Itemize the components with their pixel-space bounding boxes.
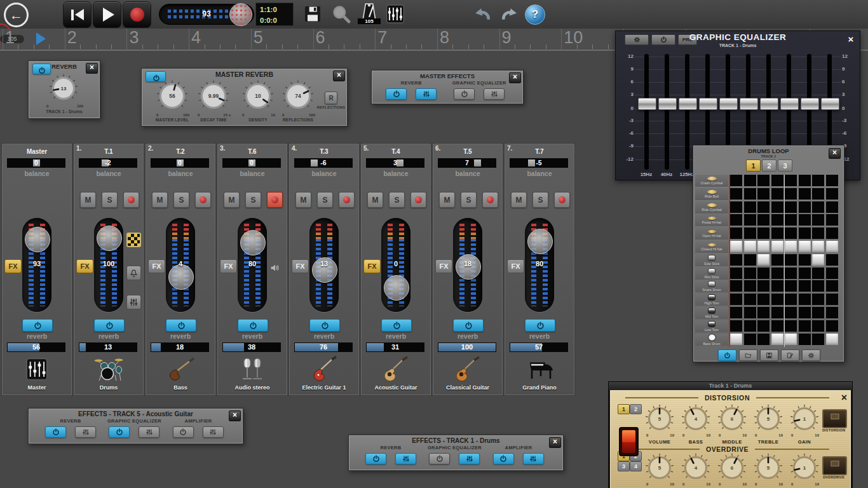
knob-dial[interactable]: 5 <box>754 453 783 485</box>
step-cell[interactable] <box>826 254 838 266</box>
pattern-button-3[interactable]: 3 <box>778 159 792 172</box>
close-icon[interactable]: × <box>829 148 841 159</box>
zoom-magnifier-icon[interactable] <box>331 4 351 24</box>
balance-slider[interactable]: -6 <box>294 158 353 168</box>
close-icon[interactable]: × <box>549 437 561 448</box>
step-cell[interactable] <box>812 307 824 318</box>
step-cell[interactable] <box>771 188 783 200</box>
step-cell[interactable] <box>799 201 811 213</box>
solo-button[interactable]: S <box>173 192 189 208</box>
amp-knob-gain[interactable]: 1010GAIN <box>789 404 820 441</box>
amp-knob-middle[interactable]: 6010MIDDLE <box>716 453 748 488</box>
step-cell[interactable] <box>757 201 770 213</box>
channel-reverb-power-button[interactable] <box>94 319 125 332</box>
amp-power-rocker-switch[interactable] <box>619 427 639 456</box>
knob-reflections[interactable]: 740100REFLECTIONS <box>278 80 318 122</box>
volume-fader[interactable]: 100 <box>94 218 123 312</box>
eq-slider-handle[interactable] <box>719 98 738 110</box>
channel-reverb-power-button[interactable] <box>22 319 53 332</box>
knob-dial[interactable]: 4 <box>681 453 710 485</box>
reverb-send-slider[interactable]: 76 <box>294 342 353 352</box>
step-cell[interactable] <box>826 294 838 305</box>
reflections-button[interactable]: R <box>325 92 337 104</box>
redo-button[interactable] <box>500 4 520 24</box>
step-cell[interactable] <box>757 268 770 279</box>
reverb-send-slider[interactable]: 57 <box>510 342 568 352</box>
step-cell[interactable] <box>812 280 824 292</box>
step-cell[interactable] <box>785 201 797 213</box>
close-icon[interactable]: × <box>841 392 847 403</box>
step-cell[interactable] <box>757 320 770 332</box>
solo-button[interactable]: S <box>102 192 118 208</box>
step-cell[interactable] <box>812 254 824 266</box>
step-cell[interactable] <box>812 227 824 239</box>
knob-dial[interactable]: 6 <box>717 453 747 485</box>
fader-handle[interactable] <box>240 230 266 255</box>
master-volume-slider[interactable]: 93 <box>159 4 254 25</box>
fader-handle[interactable] <box>527 229 553 254</box>
step-cell[interactable] <box>826 214 838 226</box>
mute-button[interactable]: M <box>224 192 240 208</box>
close-icon[interactable]: × <box>333 71 345 81</box>
volume-fader[interactable]: 80 <box>525 218 554 312</box>
balance-slider[interactable]: 0 <box>222 158 281 168</box>
amp-knob-bass[interactable]: 4010BASS <box>680 404 712 441</box>
balance-slider[interactable]: -2 <box>79 158 137 168</box>
fx-button[interactable]: FX <box>507 259 524 273</box>
step-cell[interactable] <box>744 188 756 200</box>
step-cell[interactable] <box>744 268 756 279</box>
settings-button[interactable] <box>802 349 820 361</box>
step-cell[interactable] <box>744 320 756 332</box>
fader-handle[interactable] <box>168 264 194 290</box>
load-button[interactable] <box>739 349 757 361</box>
mute-button[interactable]: M <box>152 192 168 208</box>
back-button[interactable]: ← <box>4 3 29 27</box>
step-cell[interactable] <box>799 214 811 226</box>
step-cell[interactable] <box>799 334 811 345</box>
amp-channel-button-4[interactable]: 4 <box>630 461 642 471</box>
eq-slider-handle[interactable] <box>801 98 819 110</box>
step-cell[interactable] <box>730 227 742 239</box>
record-arm-button[interactable] <box>339 192 355 208</box>
step-cell[interactable] <box>771 320 783 332</box>
step-cell[interactable] <box>730 214 742 226</box>
step-cell[interactable] <box>826 201 838 213</box>
step-cell[interactable] <box>826 188 838 200</box>
fader-handle[interactable] <box>384 275 409 301</box>
volume-fader[interactable]: 13 <box>309 218 339 312</box>
balance-slider[interactable]: 0 <box>7 158 65 168</box>
step-cell[interactable] <box>785 334 797 345</box>
step-cell[interactable] <box>812 175 824 186</box>
amp-knob-treble[interactable]: 5010TREBLE <box>752 453 784 488</box>
step-cell[interactable] <box>730 320 742 332</box>
amp-channel-button-3[interactable]: 3 <box>618 461 630 471</box>
step-cell[interactable] <box>771 334 783 345</box>
drum-pattern-button[interactable] <box>126 233 141 247</box>
effect-power-button[interactable] <box>45 426 66 438</box>
step-cell[interactable] <box>799 175 811 186</box>
step-cell[interactable] <box>771 280 783 292</box>
record-arm-button[interactable] <box>482 192 498 208</box>
amp-knob-volume[interactable]: 5010VOLUME <box>644 404 675 441</box>
step-cell[interactable] <box>730 254 742 266</box>
eq-band-slider[interactable] <box>685 54 689 170</box>
master-volume-handle[interactable] <box>229 3 252 26</box>
fader-handle[interactable] <box>25 227 50 252</box>
amp-knob-bass[interactable]: 4010BASS <box>680 453 712 488</box>
step-cell[interactable] <box>799 307 811 318</box>
bell-button[interactable] <box>126 266 141 280</box>
balance-slider[interactable]: 7 <box>438 158 496 168</box>
knob-dial[interactable]: 9.99 <box>198 80 229 114</box>
effect-power-button[interactable] <box>493 453 514 464</box>
solo-button[interactable]: S <box>532 192 548 208</box>
step-cell[interactable] <box>730 268 742 279</box>
effect-edit-button[interactable] <box>484 88 505 100</box>
step-cell[interactable] <box>757 188 770 200</box>
step-cell[interactable] <box>757 280 770 292</box>
amp-knob-treble[interactable]: 5010TREBLE <box>752 404 784 441</box>
reverb-send-slider[interactable]: 18 <box>151 342 209 352</box>
channel-reverb-power-button[interactable] <box>381 319 412 332</box>
record-arm-button[interactable] <box>410 192 426 208</box>
volume-fader[interactable]: 4 <box>166 218 195 312</box>
solo-button[interactable]: S <box>461 192 477 208</box>
